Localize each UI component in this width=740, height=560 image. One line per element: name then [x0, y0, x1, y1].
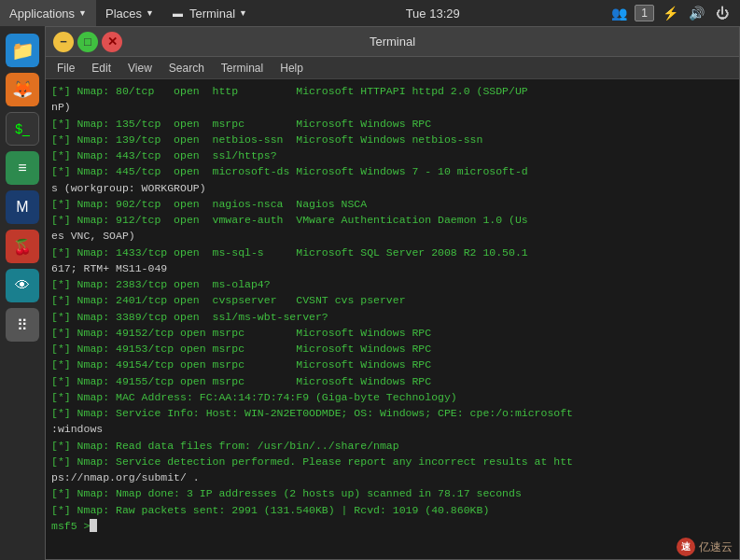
places-menu[interactable]: Places ▼: [96, 0, 163, 26]
terminal-line: [*] Nmap: Read data files from: /usr/bin…: [51, 438, 733, 454]
applications-arrow: ▼: [78, 8, 87, 18]
terminal-line: nP): [51, 99, 733, 115]
menu-help[interactable]: Help: [272, 60, 311, 77]
dock-mail-icon[interactable]: M: [6, 190, 39, 224]
terminal-line: [*] Nmap: 139/tcp open netbios-ssn Micro…: [51, 132, 733, 147]
cursor: [90, 519, 97, 532]
terminal-line: [*] Nmap: Nmap done: 3 IP addresses (2 h…: [51, 485, 733, 501]
terminal-line: [*] Nmap: 80/tcp open http Microsoft HTT…: [51, 83, 733, 99]
dock-cherry-icon[interactable]: 🍒: [6, 230, 39, 263]
terminal-line: s (workgroup: WORKGROUP): [51, 180, 733, 196]
workspace-badge[interactable]: 1: [635, 5, 654, 21]
terminal-line: [*] Nmap: 3389/tcp open ssl/ms-wbt-serve…: [51, 309, 733, 325]
terminal-line: [*] Nmap: 445/tcp open microsoft-ds Micr…: [51, 163, 733, 179]
watermark-logo: 速: [677, 538, 695, 556]
terminal-line: [*] Nmap: 49153/tcp open msrpc Microsoft…: [51, 341, 733, 357]
terminal-line: [*] Nmap: 49155/tcp open msrpc Microsoft…: [51, 373, 733, 389]
menu-search[interactable]: Search: [161, 60, 212, 77]
terminal-line: ps://nmap.org/submit/ .: [51, 469, 733, 485]
terminal-menu[interactable]: ▬ Terminal ▼: [163, 0, 257, 26]
maximize-button[interactable]: □: [77, 32, 98, 52]
terminal-line: es VNC, SOAP): [51, 228, 733, 244]
applications-label: Applications: [9, 7, 75, 21]
window-title: Terminal: [122, 35, 663, 49]
terminal-icon: ▬: [173, 7, 183, 19]
terminal-line: :windows: [51, 421, 733, 437]
terminal-line: [*] Nmap: 2401/tcp open cvspserver CVSNT…: [51, 292, 733, 308]
terminal-content[interactable]: [*] Nmap: 80/tcp open http Microsoft HTT…: [46, 79, 739, 559]
menu-edit[interactable]: Edit: [84, 60, 119, 77]
system-clock: Tue 13:29: [257, 7, 608, 21]
prompt-text: msf5 >: [51, 518, 90, 534]
prompt-line: msf5 >: [51, 518, 733, 534]
terminal-line: [*] Nmap: 49152/tcp open msrpc Microsoft…: [51, 325, 733, 341]
places-arrow: ▼: [146, 8, 154, 18]
title-bar: − □ ✕ Terminal: [46, 27, 739, 57]
terminal-line: [*] Nmap: 443/tcp open ssl/https?: [51, 147, 733, 163]
terminal-line: [*] Nmap: Service detection performed. P…: [51, 454, 733, 469]
system-bar: Applications ▼ Places ▼ ▬ Terminal ▼ Tue…: [0, 0, 740, 26]
watermark: 速 亿速云: [677, 538, 733, 556]
menu-view[interactable]: View: [120, 60, 160, 77]
terminal-line: [*] Nmap: Service Info: Host: WIN-2N2ET0…: [51, 405, 733, 421]
dock-terminal-icon[interactable]: $_: [6, 112, 39, 146]
terminal-line: [*] Nmap: 1433/tcp open ms-sql-s Microso…: [51, 245, 733, 260]
terminal-line: [*] Nmap: 912/tcp open vmware-auth VMwar…: [51, 212, 733, 228]
terminal-line: [*] Nmap: Raw packets sent: 2991 (131.54…: [51, 502, 733, 518]
network-icon[interactable]: ⚡: [660, 3, 680, 23]
left-dock: 📁 🦊 $_ ≡ M 🍒 👁 ⠿: [0, 26, 45, 560]
terminal-line: [*] Nmap: MAC Address: FC:AA:14:7D:74:F9…: [51, 389, 733, 405]
system-tray: 👥 1 ⚡ 🔊 ⏻: [608, 3, 740, 23]
terminal-arrow: ▼: [239, 8, 247, 18]
people-icon[interactable]: 👥: [608, 3, 629, 23]
terminal-line: [*] Nmap: 2383/tcp open ms-olap4?: [51, 276, 733, 292]
minimize-button[interactable]: −: [53, 32, 74, 52]
window-controls: − □ ✕: [53, 32, 122, 52]
places-label: Places: [105, 7, 142, 21]
menu-terminal[interactable]: Terminal: [214, 60, 271, 77]
terminal-line: [*] Nmap: 902/tcp open nagios-nsca Nagio…: [51, 196, 733, 212]
menu-file[interactable]: File: [49, 60, 82, 77]
dock-files-icon[interactable]: 📁: [6, 34, 39, 67]
dock-apps-icon[interactable]: ⠿: [6, 308, 39, 342]
terminal-label: Terminal: [189, 7, 235, 21]
terminal-line: 617; RTM+ MS11-049: [51, 260, 733, 276]
dock-eye-icon[interactable]: 👁: [6, 269, 39, 302]
applications-menu[interactable]: Applications ▼: [0, 0, 96, 26]
terminal-line: [*] Nmap: 135/tcp open msrpc Microsoft W…: [51, 116, 733, 132]
volume-icon[interactable]: 🔊: [686, 3, 706, 23]
terminal-line: [*] Nmap: 49154/tcp open msrpc Microsoft…: [51, 357, 733, 372]
close-button[interactable]: ✕: [102, 32, 122, 52]
dock-firefox-icon[interactable]: 🦊: [6, 73, 39, 106]
dock-notes-icon[interactable]: ≡: [6, 151, 39, 185]
power-icon[interactable]: ⏻: [712, 3, 733, 23]
terminal-window: − □ ✕ Terminal File Edit View Search Ter…: [45, 26, 740, 560]
watermark-text: 亿速云: [699, 539, 733, 555]
menu-bar: File Edit View Search Terminal Help: [46, 57, 739, 79]
